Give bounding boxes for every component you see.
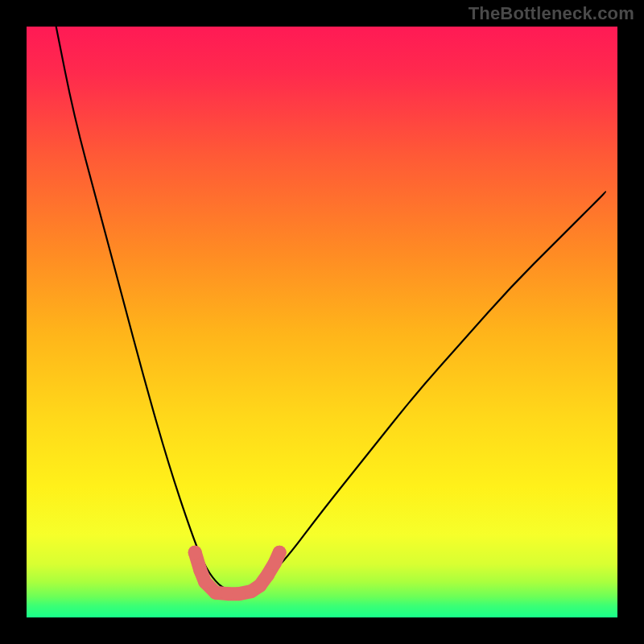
valley-dot bbox=[188, 546, 202, 559]
valley-dot bbox=[208, 586, 222, 600]
gradient-background bbox=[27, 27, 617, 617]
watermark-text: TheBottleneck.com bbox=[469, 3, 634, 24]
valley-dot bbox=[198, 576, 212, 589]
valley-dot bbox=[193, 564, 207, 577]
valley-dot bbox=[221, 587, 234, 601]
chart-svg bbox=[27, 27, 617, 617]
valley-dot bbox=[273, 546, 287, 559]
valley-dot bbox=[261, 568, 275, 582]
plot-area bbox=[27, 27, 617, 617]
chart-frame: TheBottleneck.com bbox=[0, 0, 644, 644]
valley-dot bbox=[233, 587, 246, 601]
